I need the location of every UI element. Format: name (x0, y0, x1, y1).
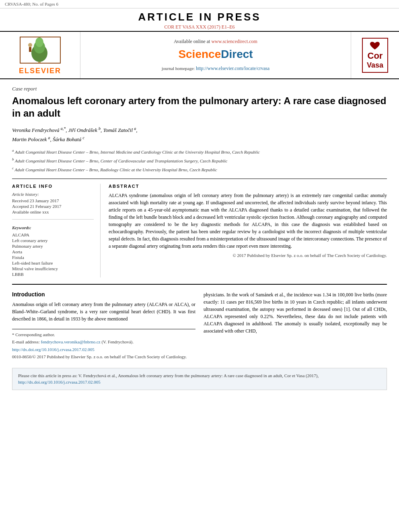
body-left: Introduction Anomalous origin of left co… (12, 291, 195, 362)
history-label: Article history: (12, 192, 94, 197)
affiliation-b: b Adult Congenital Heart Disease Center … (12, 157, 387, 164)
article-info-col: ARTICLE INFO Article history: Received 2… (12, 184, 101, 277)
header-right: Cor Vasa (351, 32, 399, 78)
received-date: Received 23 January 2017 (12, 198, 94, 203)
elsevier-wordmark: ELSEVIER (19, 67, 61, 75)
citation-box: Please cite this article in press as: V.… (12, 368, 387, 390)
body-right: physicians. In the work of Samánek et al… (204, 291, 387, 362)
keyword-alcapa: ALCAPA (12, 232, 94, 237)
email-line: E-mail address: fendrychova.veronika@fnb… (12, 339, 195, 345)
top-banner: CRVASA-480; No. of Pages 6 (0, 0, 399, 8)
corresponding-label: * Corresponding author. (12, 332, 195, 338)
main-content: Case report Anomalous left coronary arte… (0, 79, 399, 396)
svg-point-3 (35, 37, 43, 47)
svg-rect-5 (29, 47, 31, 52)
affiliations: a Adult Congenital Heart Disease Center … (12, 148, 387, 173)
heart-icon (369, 41, 381, 51)
keyword-fistula: Fistula (12, 255, 94, 260)
introduction-title: Introduction (12, 291, 195, 298)
abstract-heading: ABSTRACT (109, 184, 387, 189)
sciencedirect-url[interactable]: www.sciencedirect.com (211, 39, 257, 44)
doi-line: http://dx.doi.org/10.1016/j.crvasa.2017.… (12, 347, 195, 353)
elsevier-tree-icon (18, 35, 62, 65)
accepted-date: Accepted 21 February 2017 (12, 204, 94, 209)
authors-text: Veronika Fendrychová a,*, Jiří Ondrášek … (12, 127, 138, 142)
svg-point-4 (28, 43, 32, 47)
affiliation-a: a Adult Congenital Heart Disease Center … (12, 148, 387, 155)
separator-1 (12, 179, 387, 179)
available-online: Available online xxx (12, 210, 94, 214)
keyword-pulm: Pulmonary artery (12, 244, 94, 249)
body-section: Introduction Anomalous origin of left co… (12, 284, 387, 362)
keyword-lca: Left coronary artery (12, 238, 94, 243)
journal-homepage: journal homepage: http://www.elsevier.co… (162, 66, 269, 72)
abstract-col: ABSTRACT ALCAPA syndrome (anomalous orig… (109, 184, 387, 277)
header-left: ELSEVIER (0, 32, 80, 78)
article-in-press-bar: ARTICLE IN PRESS COR ET VASA XXX (2017) … (0, 8, 399, 31)
aip-journal: COR ET VASA XXX (2017) E1–E6 (0, 24, 399, 30)
keyword-heart-failure: Left-sided heart failure (12, 261, 94, 265)
email-link[interactable]: fendrychova.veronika@fnbrno.cz (41, 339, 100, 344)
intro-left-text: Anomalous origin of left coronary artery… (12, 301, 195, 322)
citation-text: Please cite this article in press as: V.… (18, 373, 319, 378)
header-section: ELSEVIER Available online at www.science… (0, 31, 399, 79)
sciencedirect-brand: ScienceDirect (178, 48, 253, 61)
journal-homepage-url[interactable]: http://www.elsevier.com/locate/crvasa (196, 66, 269, 71)
keyword-aorta: Aorta (12, 249, 94, 254)
authors: Veronika Fendrychová a,*, Jiří Ondrášek … (12, 125, 387, 144)
keyword-lbbb: LBBB (12, 272, 94, 277)
top-banner-text: CRVASA-480; No. of Pages 6 (5, 2, 58, 6)
two-col-section: ARTICLE INFO Article history: Received 2… (12, 184, 387, 277)
header-center: Available online at www.sciencedirect.co… (80, 32, 351, 78)
citation-doi-link[interactable]: http://dx.doi.org/10.1016/j.crvasa.2017.… (18, 380, 101, 384)
article-info-heading: ARTICLE INFO (12, 184, 94, 189)
article-history-block: Article history: Received 23 January 201… (12, 192, 94, 220)
article-title: Anomalous left coronary artery from the … (12, 94, 387, 119)
available-online-label: Available online at www.sciencedirect.co… (174, 39, 257, 45)
affiliation-c: c Adult Congenital Heart Disease Center … (12, 166, 387, 173)
cor-label: Cor (368, 51, 383, 61)
case-report-label: Case report (12, 86, 387, 92)
elsevier-logo: ELSEVIER (18, 35, 62, 75)
keywords-block: Keywords: ALCAPA Left coronary artery Pu… (12, 225, 94, 277)
intro-right-text: physicians. In the work of Samánek et al… (204, 291, 387, 335)
footnote-section: * Corresponding author. E-mail address: … (12, 329, 195, 360)
abstract-copyright: © 2017 Published by Elsevier Sp. z o.o. … (109, 253, 387, 258)
aip-title: ARTICLE IN PRESS (0, 11, 399, 23)
copyright-line: 0010-8650/© 2017 Published by Elsevier S… (12, 354, 195, 360)
vasa-label: Vasa (367, 61, 383, 70)
cor-vasa-logo: Cor Vasa (362, 38, 388, 73)
abstract-text: ALCAPA syndrome (anomalous origin of lef… (109, 192, 387, 250)
keyword-mitral: Mitral valve insufficiency (12, 266, 94, 271)
doi-link[interactable]: http://dx.doi.org/10.1016/j.crvasa.2017.… (12, 347, 95, 352)
keywords-label: Keywords: (12, 225, 94, 230)
